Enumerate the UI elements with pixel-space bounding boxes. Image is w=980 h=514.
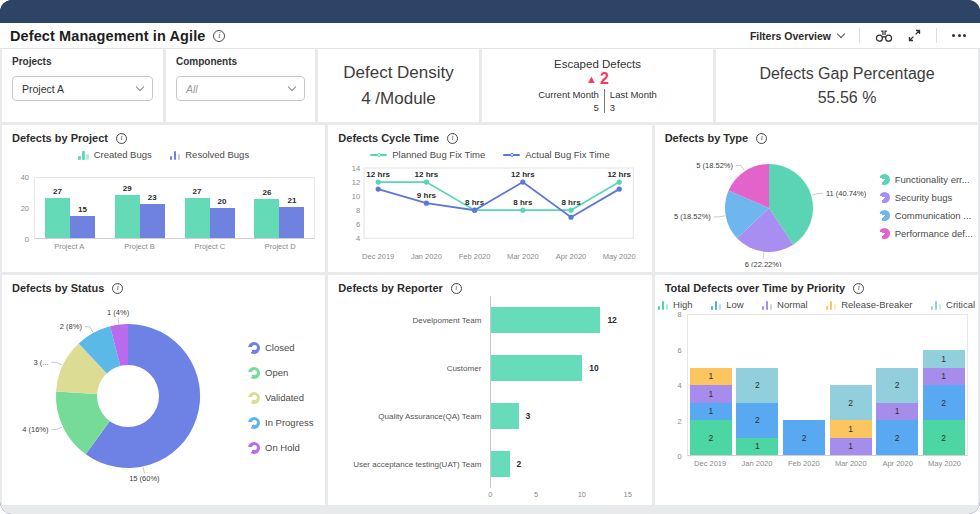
bar[interactable]: 21 [279,207,304,239]
horizontal-bar-chart: Develpoment Team12Customer10Quality Assu… [338,294,641,501]
info-icon[interactable]: i [447,133,458,144]
line-chart: 468101214Dec 2019Jan 2020Feb 2020Mar 202… [338,162,641,268]
filters-overview-label: Filters Overview [750,30,831,42]
divider [859,28,860,43]
filters-overview-button[interactable]: Filters Overview [750,30,844,42]
bar[interactable]: 29 [115,195,140,239]
svg-text:4 (16%): 4 (16%) [22,425,49,434]
legend-item[interactable]: In Progress [248,417,314,429]
svg-text:Feb 2020: Feb 2020 [459,252,491,261]
divider [936,28,937,43]
grouped-bar-chart: 020402715292327202621Project AProject BP… [12,162,315,268]
stacked-bar[interactable]: 212 [876,315,918,455]
bar[interactable] [491,355,582,381]
stacked-bar[interactable]: 2 [783,315,825,455]
legend-item[interactable]: Validated [248,392,314,404]
legend-item[interactable]: Created Bugs [78,149,152,160]
more-options-icon[interactable] [952,34,966,37]
dashboard-window: Defect Management in Agile i Filters Ove… [0,0,980,514]
legend-item[interactable]: Performance def... [879,228,968,239]
projects-filter-card: Projects Project A [2,49,163,122]
svg-text:8 hrs: 8 hrs [562,198,582,207]
bar-row: Quality Assurance(QA) Team3 [338,392,641,440]
stacked-bar[interactable]: 112 [830,315,872,455]
stacked-bar[interactable]: 2111 [690,315,732,455]
svg-text:8: 8 [356,206,360,215]
chart-title: Total Defects over Time by Priority [665,282,846,294]
current-month-label: Current Month [538,89,599,100]
chart-legend: HighLowNormalRelease-BreakerCritical [665,299,968,310]
info-icon[interactable]: i [116,133,127,144]
svg-text:3 (...: 3 (... [33,357,48,366]
titlebar: Defect Management in Agile i Filters Ove… [0,23,980,49]
chart-legend: Created BugsResolved Bugs [12,149,315,160]
legend-item[interactable]: Low [711,299,744,310]
legend-item[interactable]: Functionality err... [879,174,968,185]
legend-item[interactable]: Release-Breaker [826,299,913,310]
kpi-defects-gap: Defects Gap Percentage 55.56 % [716,49,978,122]
info-icon[interactable]: i [451,283,462,294]
info-icon[interactable]: i [756,133,767,144]
svg-text:10: 10 [352,192,360,201]
svg-text:2 (8%): 2 (8%) [60,322,83,331]
legend-item[interactable]: Planned Bug Fix Time [370,149,485,160]
components-select-value: All [186,83,198,95]
stacked-bar[interactable]: 2211 [923,315,965,455]
legend-item[interactable]: Resolved Bugs [170,149,249,160]
legend-item[interactable]: High [658,299,693,310]
pie-chart-area: 11 (40.74%)6 (22.22%)5 (18.52%)5 (18.52%… [665,144,968,268]
kpi-escaped-defects: Escaped Defects ▲ 2 Current Month 5 Last… [482,49,713,122]
svg-text:14: 14 [352,164,360,173]
kpi-title: Defect Density [343,60,454,86]
projects-filter-label: Projects [12,56,153,67]
stacked-bar[interactable]: 122 [736,315,778,455]
svg-text:May 2020: May 2020 [603,252,636,261]
info-icon[interactable]: i [213,30,225,42]
legend-item[interactable]: Critical [931,299,976,310]
donut-icon [248,392,260,404]
bar[interactable]: 23 [140,204,165,239]
kpi-delta-value: 2 [600,71,609,87]
bar[interactable] [491,451,509,477]
chart-card-defects-cycle-time: Defects Cycle Time i Planned Bug Fix Tim… [328,125,651,272]
legend-item[interactable]: Normal [762,299,808,310]
svg-text:Dec 2019: Dec 2019 [362,252,394,261]
projects-select[interactable]: Project A [12,76,153,101]
chart-card-defects-by-status: Defects by Status i 15 (60%)4 (16%)3 (..… [2,275,325,505]
svg-text:12: 12 [352,178,360,187]
legend-item[interactable]: Security bugs [879,192,968,203]
bar-row: Customer10 [338,344,641,392]
info-icon[interactable]: i [112,283,123,294]
bar[interactable]: 27 [45,198,70,239]
bar[interactable]: 15 [70,216,95,239]
pie-icon [879,228,890,239]
svg-text:5 (18.52%): 5 (18.52%) [696,161,733,170]
components-select[interactable]: All [176,76,305,101]
chevron-down-icon [288,83,296,91]
bar-row: User acceptance testing(UAT) Team2 [338,440,641,488]
chevron-down-icon [136,83,144,91]
bar[interactable]: 26 [254,199,279,238]
svg-text:8 hrs: 8 hrs [514,198,534,207]
projects-select-value: Project A [22,83,64,95]
chart-card-defects-by-type: Defects by Type i 11 (40.74%)6 (22.22%)5… [655,125,978,272]
legend-item[interactable]: Communication ... [879,210,968,221]
legend-item[interactable]: Actual Bug Fix Time [503,149,609,160]
bar[interactable] [491,403,518,429]
legend-item[interactable]: On Hold [248,442,314,454]
info-icon[interactable]: i [853,283,864,294]
bar-chart-icon [78,150,89,160]
bar[interactable] [491,307,600,333]
bar[interactable]: 27 [185,198,210,239]
expand-icon[interactable] [908,29,921,42]
kpi-title: Defects Gap Percentage [759,62,934,86]
bar-chart-icon [931,300,942,310]
last-month-value: 3 [610,102,615,113]
bar[interactable]: 20 [210,208,235,238]
last-month-label: Last Month [610,89,657,100]
binoculars-icon[interactable] [875,29,893,43]
chart-card-defects-by-reporter: Defects by Reporter i Develpoment Team12… [328,275,651,505]
legend-item[interactable]: Closed [248,342,314,354]
chart-card-defects-by-project: Defects by Project i Created BugsResolve… [2,125,325,272]
legend-item[interactable]: Open [248,367,314,379]
